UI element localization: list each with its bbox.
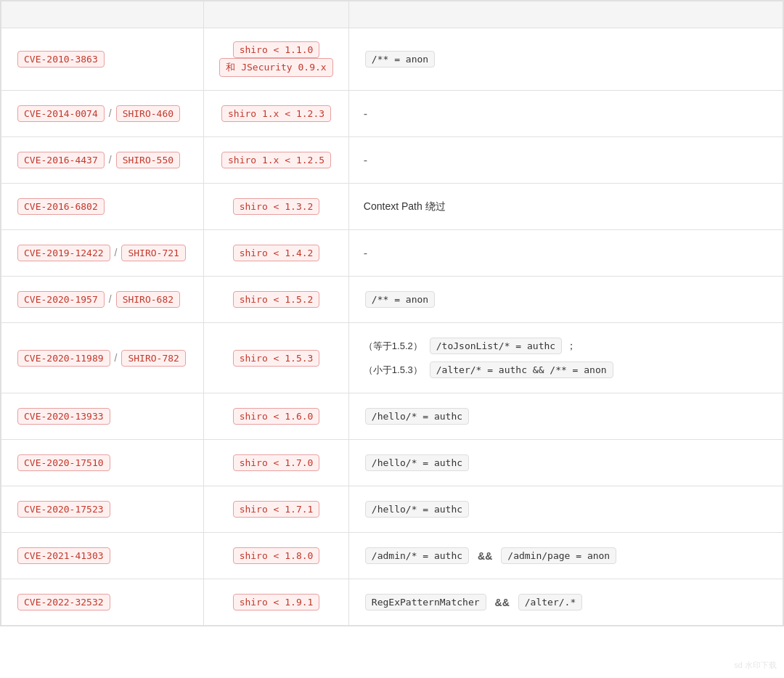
- separator: /: [115, 352, 118, 364]
- config-dash: -: [364, 107, 367, 120]
- shiro-badge: shiro < 1.7.0: [233, 454, 320, 471]
- shiro-version: shiro 1.x < 1.2.5: [219, 152, 334, 168]
- config-line: （小于1.5.3）/alter/* = authc && /** = anon: [364, 360, 768, 380]
- config-badge: /hello/* = authc: [365, 408, 469, 425]
- table-row: CVE-2019-12422/SHIRO-721shiro < 1.4.2-: [1, 230, 783, 277]
- config-badge: /** = anon: [365, 51, 435, 68]
- shiro-version: shiro < 1.9.1: [219, 594, 334, 610]
- cve-badge: CVE-2020-17523: [17, 501, 110, 518]
- shiro-badge: shiro < 1.6.0: [233, 408, 320, 425]
- cve-badge: CVE-2020-11989: [17, 350, 110, 367]
- shiro-badge: 和 JSecurity 0.9.x: [219, 58, 332, 77]
- shiro-badge: shiro 1.x < 1.2.5: [221, 152, 331, 168]
- config-note: （小于1.5.3）: [364, 364, 422, 377]
- config-cell: Context Path 绕过: [348, 184, 783, 230]
- shiro-badge: shiro < 1.9.1: [233, 594, 320, 610]
- shiro-version: shiro < 1.7.1: [219, 501, 334, 518]
- cve-cell: CVE-2020-11989/SHIRO-782: [1, 323, 204, 393]
- shiro-version: shiro < 1.5.3: [219, 350, 334, 367]
- table-row: CVE-2020-1957/SHIRO-682shiro < 1.5.2/** …: [1, 277, 783, 323]
- cve-cell: CVE-2016-4437/SHIRO-550: [1, 137, 204, 184]
- config-inline: /admin/* = authc&&/admin/page = anon: [364, 546, 768, 565]
- table-row: CVE-2020-13933shiro < 1.6.0/hello/* = au…: [1, 393, 783, 440]
- table-row: CVE-2022-32532shiro < 1.9.1RegExPatternM…: [1, 579, 783, 626]
- cve-badge: CVE-2022-32532: [17, 594, 110, 610]
- cve-badge: SHIRO-721: [121, 245, 185, 261]
- cve-badge: CVE-2020-13933: [17, 408, 110, 425]
- config-line: （等于1.5.2）/toJsonList/* = authc；: [364, 336, 768, 356]
- shiro-cell: shiro < 1.5.2: [204, 277, 349, 323]
- separator: /: [109, 154, 112, 166]
- shiro-cell: shiro < 1.1.0和 JSecurity 0.9.x: [204, 28, 349, 91]
- config-badge: /toJsonList/* = authc: [430, 338, 562, 354]
- cve-badge: SHIRO-460: [116, 105, 180, 122]
- shiro-cell: shiro < 1.7.0: [204, 440, 349, 486]
- config-dash: -: [364, 247, 367, 259]
- config-text: Context Path 绕过: [364, 200, 446, 212]
- cve-badge: SHIRO-682: [116, 291, 180, 308]
- shiro-version: shiro < 1.3.2: [219, 198, 334, 215]
- main-table-wrapper: CVE-2010-3863shiro < 1.1.0和 JSecurity 0.…: [0, 0, 784, 626]
- shiro-cell: shiro < 1.6.0: [204, 393, 349, 440]
- shiro-cell: shiro < 1.9.1: [204, 579, 349, 626]
- config-inline: RegExPatternMatcher&&/alter/.*: [364, 592, 768, 612]
- table-row: CVE-2021-41303shiro < 1.8.0/admin/* = au…: [1, 533, 783, 579]
- table-row: CVE-2020-17523shiro < 1.7.1/hello/* = au…: [1, 486, 783, 533]
- shiro-cell: shiro 1.x < 1.2.3: [204, 91, 349, 137]
- separator: /: [109, 293, 112, 305]
- table-row: CVE-2010-3863shiro < 1.1.0和 JSecurity 0.…: [1, 28, 783, 91]
- table-row: CVE-2014-0074/SHIRO-460shiro 1.x < 1.2.3…: [1, 91, 783, 137]
- shiro-version: shiro < 1.5.2: [219, 291, 334, 308]
- config-cell: （等于1.5.2）/toJsonList/* = authc；（小于1.5.3）…: [348, 323, 783, 393]
- shiro-version: shiro < 1.4.2: [219, 245, 334, 261]
- shiro-badge: shiro < 1.4.2: [233, 245, 320, 261]
- shiro-badge: shiro < 1.5.3: [233, 350, 320, 367]
- config-badge: /** = anon: [365, 291, 435, 308]
- cve-badge: CVE-2020-17510: [17, 454, 110, 471]
- cve-badge: SHIRO-782: [121, 350, 185, 367]
- config-cell: -: [348, 91, 783, 137]
- config-cell: -: [348, 137, 783, 184]
- shiro-cell: shiro < 1.4.2: [204, 230, 349, 277]
- config-badge: /alter/* = authc && /** = anon: [430, 362, 613, 378]
- shiro-version: shiro < 1.1.0: [219, 41, 334, 58]
- config-badge: /hello/* = authc: [365, 454, 469, 471]
- cve-badge: CVE-2020-1957: [17, 291, 105, 308]
- config-cell: /** = anon: [348, 277, 783, 323]
- config-cell: /hello/* = authc: [348, 440, 783, 486]
- cve-cell: CVE-2022-32532: [1, 579, 204, 626]
- config-cell: /hello/* = authc: [348, 486, 783, 533]
- shiro-badge: shiro 1.x < 1.2.3: [221, 105, 331, 122]
- cve-badge: SHIRO-550: [116, 152, 180, 168]
- cve-cell: CVE-2020-17523: [1, 486, 204, 533]
- and-separator: &&: [495, 597, 510, 608]
- config-cell: /hello/* = authc: [348, 393, 783, 440]
- table-row: CVE-2020-11989/SHIRO-782shiro < 1.5.3（等于…: [1, 323, 783, 393]
- shiro-cell: shiro < 1.5.3: [204, 323, 349, 393]
- col-header-shiro: [204, 1, 349, 28]
- shiro-version: 和 JSecurity 0.9.x: [219, 58, 334, 77]
- cve-badge: CVE-2019-12422: [17, 245, 110, 261]
- config-cell: -: [348, 230, 783, 277]
- cve-cell: CVE-2021-41303: [1, 533, 204, 579]
- config-badge: /alter/.*: [518, 594, 582, 610]
- config-cell: RegExPatternMatcher&&/alter/.*: [348, 579, 783, 626]
- cve-cell: CVE-2019-12422/SHIRO-721: [1, 230, 204, 277]
- config-cell: /** = anon: [348, 28, 783, 91]
- cve-badge: CVE-2010-3863: [17, 51, 105, 68]
- config-suffix: ；: [566, 340, 576, 353]
- config-note: （等于1.5.2）: [364, 340, 422, 353]
- separator: /: [109, 107, 112, 119]
- cve-cell: CVE-2020-1957/SHIRO-682: [1, 277, 204, 323]
- separator: /: [115, 247, 118, 258]
- cve-cell: CVE-2010-3863: [1, 28, 204, 91]
- and-separator: &&: [478, 550, 492, 562]
- table-row: CVE-2020-17510shiro < 1.7.0/hello/* = au…: [1, 440, 783, 486]
- table-row: CVE-2016-4437/SHIRO-550shiro 1.x < 1.2.5…: [1, 137, 783, 184]
- config-badge: RegExPatternMatcher: [365, 594, 486, 610]
- config-badge: /admin/page = anon: [501, 547, 616, 564]
- shiro-version: shiro < 1.8.0: [219, 547, 334, 564]
- shiro-version: shiro 1.x < 1.2.3: [219, 105, 334, 122]
- cve-badge: CVE-2014-0074: [17, 105, 105, 122]
- cve-badge: CVE-2021-41303: [17, 547, 110, 564]
